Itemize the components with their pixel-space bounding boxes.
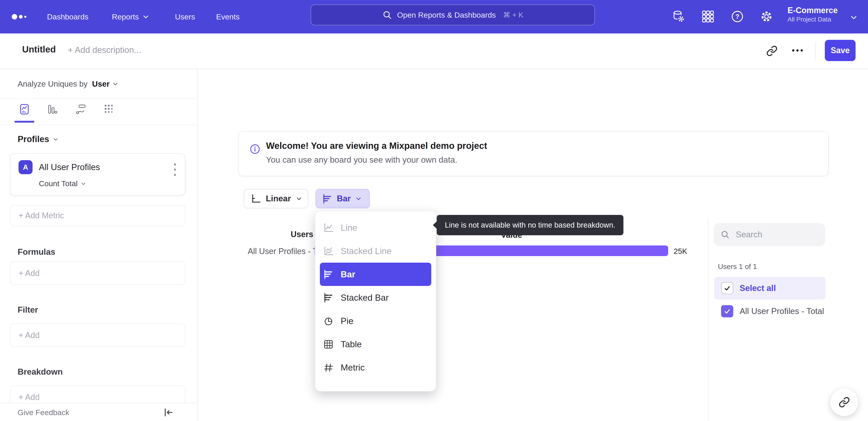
project-chevron-down-icon <box>850 13 858 21</box>
active-tab-indicator <box>14 121 34 122</box>
pie-chart-icon <box>323 315 334 327</box>
analyze-prefix-label: Analyze Uniques by <box>18 79 88 88</box>
select-all-checkbox[interactable] <box>721 282 733 294</box>
dropdown-item-stacked-bar[interactable]: Stacked Bar <box>315 286 436 309</box>
add-breakdown-label: + Add <box>19 393 39 402</box>
tooltip-text: Line is not available with no time based… <box>445 221 615 229</box>
legend-select-all-row[interactable]: Select all <box>714 277 826 300</box>
scale-select-button[interactable]: Linear <box>244 189 308 208</box>
tab-retention-icon[interactable] <box>104 104 115 115</box>
stacked-line-chart-icon <box>323 246 334 256</box>
stacked-bar-chart-icon <box>323 292 334 303</box>
copy-link-icon[interactable] <box>766 45 778 57</box>
users-column-header: Users <box>291 230 313 239</box>
nav-item-reports[interactable]: Reports <box>112 0 149 33</box>
nav-item-events[interactable]: Events <box>216 0 240 33</box>
bar-chart-icon <box>322 193 332 204</box>
mixpanel-logo-icon[interactable] <box>9 0 38 33</box>
dropdown-item-table[interactable]: Table <box>315 333 436 356</box>
add-formula-label: + Add <box>19 269 39 278</box>
header-divider <box>815 41 815 61</box>
dropdown-item-label: Bar <box>341 270 355 279</box>
chart-type-label: Bar <box>337 194 351 203</box>
add-filter-label: + Add <box>19 331 39 340</box>
dropdown-item-stacked-line[interactable]: Stacked Line <box>315 240 436 263</box>
bar-chart-icon <box>323 269 334 280</box>
share-link-floating-button[interactable] <box>830 388 858 416</box>
analyze-entity-select[interactable]: User <box>92 79 110 88</box>
report-header: Untitled + Add description... Save <box>0 33 868 69</box>
add-metric-button[interactable]: + Add Metric <box>10 205 185 226</box>
metric-aggregation-select[interactable]: Count Total <box>39 179 86 188</box>
checkmark-icon <box>723 285 731 292</box>
legend-series-row[interactable]: All User Profiles - Total <box>714 300 826 323</box>
report-type-tabs <box>0 99 197 125</box>
data-management-icon[interactable] <box>672 10 685 23</box>
checkmark-icon <box>723 308 731 315</box>
series-checkbox[interactable] <box>721 305 733 317</box>
chevron-down-icon <box>143 13 149 20</box>
tab-insights-icon[interactable] <box>19 104 30 115</box>
dropdown-item-bar[interactable]: Bar <box>320 263 431 286</box>
report-description-placeholder[interactable]: + Add description... <box>68 45 141 55</box>
add-metric-label: + Add Metric <box>19 211 64 220</box>
scale-label: Linear <box>266 194 291 203</box>
global-search-shortcut: ⌘ + K <box>503 11 523 19</box>
metric-hash-icon <box>323 362 334 373</box>
dropdown-item-label: Stacked Line <box>341 246 392 256</box>
profiles-section-header[interactable]: Profiles <box>18 134 59 144</box>
dropdown-item-label: Pie <box>341 316 353 326</box>
axis-scale-icon <box>250 193 261 204</box>
query-builder-sidebar: Analyze Uniques by User <box>0 69 197 421</box>
nav-item-users[interactable]: Users <box>175 0 195 33</box>
chevron-down-icon <box>112 81 118 87</box>
table-icon <box>323 339 334 350</box>
sidebar-footer: Give Feedback <box>0 403 197 421</box>
select-all-label: Select all <box>740 283 776 293</box>
dropdown-item-pie[interactable]: Pie <box>315 309 436 333</box>
formulas-section-label: Formulas <box>18 247 55 257</box>
help-icon[interactable]: ? <box>731 10 744 23</box>
nav-item-users-label: Users <box>175 12 195 21</box>
chart-type-dropdown: Line Stacked Line Bar <box>315 210 436 392</box>
metric-card[interactable]: A All User Profiles Count Total <box>10 153 185 195</box>
add-filter-button[interactable]: + Add <box>10 324 185 347</box>
dropdown-item-line[interactable]: Line <box>315 216 436 240</box>
metric-more-options-icon[interactable] <box>174 163 176 176</box>
series-label: All User Profiles - Total <box>740 307 824 316</box>
settings-gear-icon[interactable] <box>760 10 773 23</box>
project-switcher[interactable]: E-Commerce All Project Data <box>787 5 848 24</box>
legend-search-input[interactable] <box>735 230 813 240</box>
banner-title: Welcome! You are viewing a Mixpanel demo… <box>266 141 487 151</box>
svg-text:?: ? <box>735 13 739 20</box>
nav-item-dashboards[interactable]: Dashboards <box>47 0 88 33</box>
dropdown-item-metric[interactable]: Metric <box>315 356 436 379</box>
tab-flows-icon[interactable] <box>76 104 87 115</box>
save-button[interactable]: Save <box>825 40 856 61</box>
dropdown-item-label: Line <box>341 223 358 233</box>
nav-item-events-label: Events <box>216 12 240 21</box>
chart-type-select-button[interactable]: Bar <box>315 189 370 208</box>
apps-grid-icon[interactable] <box>702 10 715 23</box>
top-nav: Dashboards Reports Users Events Open Rep… <box>0 0 868 33</box>
add-formula-button[interactable]: + Add <box>10 261 185 285</box>
report-title[interactable]: Untitled <box>22 44 56 55</box>
chevron-down-icon <box>53 136 59 142</box>
tab-funnels-icon[interactable] <box>47 104 58 115</box>
chevron-down-icon <box>296 195 302 202</box>
give-feedback-link[interactable]: Give Feedback <box>18 403 69 421</box>
dropdown-item-label: Table <box>341 339 362 349</box>
global-search-input[interactable]: Open Reports & Dashboards ⌘ + K <box>311 4 595 25</box>
more-options-icon[interactable] <box>792 49 803 52</box>
collapse-sidebar-icon[interactable] <box>163 407 174 418</box>
chevron-down-icon <box>81 181 86 187</box>
metric-name[interactable]: All User Profiles <box>39 162 100 172</box>
info-icon <box>250 144 260 154</box>
legend-panel-divider <box>708 219 708 421</box>
metric-aggregation-label: Count Total <box>39 179 78 188</box>
disabled-option-tooltip: Line is not available with no time based… <box>437 215 623 235</box>
mixpanel-app: Dashboards Reports Users Events Open Rep… <box>0 0 868 421</box>
search-icon <box>382 10 392 20</box>
nav-item-dashboards-label: Dashboards <box>47 12 88 21</box>
legend-count-label: Users 1 of 1 <box>718 262 757 271</box>
